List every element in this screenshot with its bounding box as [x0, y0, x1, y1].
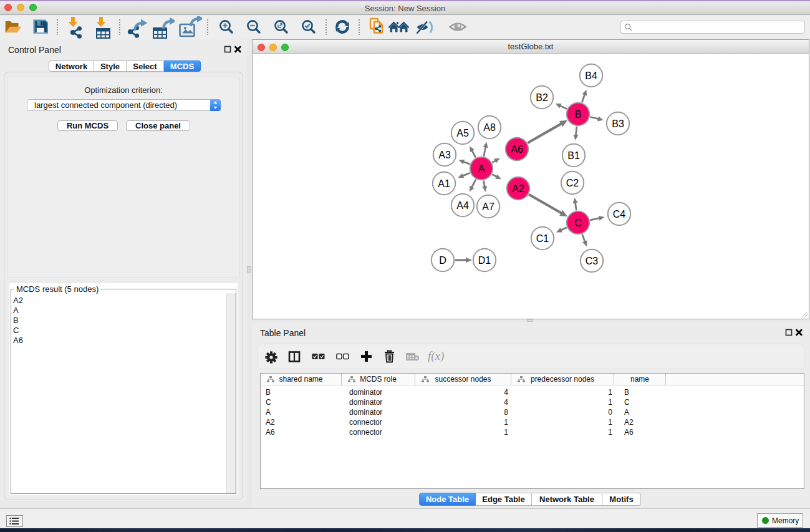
- svg-text:D: D: [439, 255, 446, 266]
- svg-text:A3: A3: [438, 150, 451, 160]
- svg-text:A: A: [478, 163, 485, 174]
- svg-text:A6: A6: [511, 144, 523, 155]
- svg-text:D1: D1: [478, 255, 491, 266]
- svg-text:A7: A7: [482, 201, 494, 212]
- svg-text:B1: B1: [567, 150, 580, 161]
- svg-text:C: C: [574, 218, 582, 228]
- svg-text:A5: A5: [456, 128, 469, 138]
- svg-text:A2: A2: [512, 183, 524, 194]
- svg-text:B4: B4: [585, 70, 597, 81]
- svg-text:B: B: [575, 109, 582, 120]
- svg-text:C1: C1: [536, 233, 549, 244]
- svg-text:A4: A4: [456, 200, 469, 211]
- svg-text:A1: A1: [438, 178, 450, 189]
- svg-text:C4: C4: [613, 209, 626, 220]
- svg-text:C2: C2: [566, 178, 579, 188]
- svg-text:A8: A8: [483, 122, 496, 133]
- svg-text:B3: B3: [612, 118, 624, 129]
- svg-text:B2: B2: [536, 92, 548, 103]
- svg-text:C3: C3: [586, 256, 599, 266]
